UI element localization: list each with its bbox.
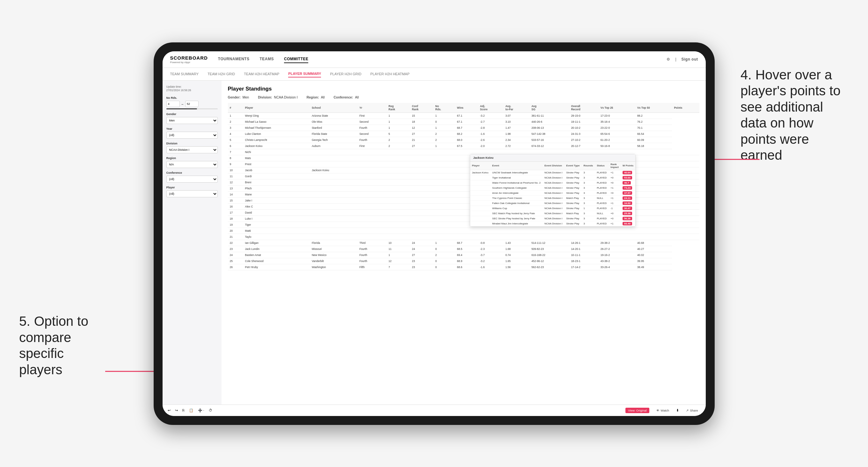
cell-10-14[interactable] xyxy=(672,173,699,179)
toolbar-dash-icon[interactable]: ➕ · xyxy=(198,408,204,412)
cell-2-9: 1.47 xyxy=(503,125,529,131)
toolbar-paste-icon[interactable]: 📋 xyxy=(189,408,193,412)
toolbar-download-icon[interactable]: ⬇ xyxy=(676,408,679,412)
nav-link-teams[interactable]: TEAMS xyxy=(259,56,274,63)
sub-nav-player-h2h-heatmap[interactable]: PLAYER H2H HEATMAP xyxy=(370,71,410,77)
cell-9-14[interactable] xyxy=(672,167,699,173)
sidebar-division-select[interactable]: NCAA Division I xyxy=(166,146,218,153)
toolbar-share[interactable]: ↗ Share xyxy=(683,408,700,413)
cell-2-7: 68.7 xyxy=(455,125,478,131)
cell-24-6: 0 xyxy=(434,258,455,264)
toolbar-undo-icon[interactable]: ↩ xyxy=(168,408,170,412)
logo-sub: Powered by clippi xyxy=(170,61,208,64)
cell-15-1: Alex C xyxy=(243,204,310,210)
cell-3-6: 2 xyxy=(434,131,455,137)
cell-8-0: 9 xyxy=(228,161,243,167)
cell-22-8: -2.3 xyxy=(478,246,504,252)
cell-23-10: 616-168-22 xyxy=(529,252,569,258)
popup-cell-7-6: -1 xyxy=(609,206,621,211)
popup-row: SEC Match Play hosted by Jerry PateNCAA … xyxy=(470,211,636,216)
cell-7-14[interactable] xyxy=(672,155,699,161)
cell-13-14[interactable] xyxy=(672,191,699,197)
popup-cell-8-5: NULL xyxy=(595,211,609,216)
toolbar-redo-icon[interactable]: ↪ xyxy=(175,408,178,412)
cell-20-8 xyxy=(478,234,504,240)
cell-0-6: 1 xyxy=(434,113,455,119)
cell-8-6 xyxy=(434,161,455,167)
sidebar-no-rds-max[interactable] xyxy=(185,101,198,107)
cell-22-12: 26-27-2 xyxy=(599,246,635,252)
cell-20-13 xyxy=(635,234,672,240)
cell-12-14[interactable] xyxy=(672,185,699,191)
cell-22-0: 23 xyxy=(228,246,243,252)
cell-4-9: 2.34 xyxy=(503,137,529,143)
table-header-row: # Player School Yr RegRank ConfRank NoRd… xyxy=(228,103,700,113)
cell-25-10: 562-62-23 xyxy=(529,264,569,270)
cell-20-14[interactable] xyxy=(672,234,699,240)
cell-6-14[interactable] xyxy=(672,149,699,155)
sub-nav-player-summary[interactable]: PLAYER SUMMARY xyxy=(288,70,321,77)
cell-19-11 xyxy=(569,227,598,234)
cell-0-4: 1 xyxy=(387,113,410,119)
sidebar-conference-select[interactable]: (All) xyxy=(166,176,218,183)
cell-24-1: Cole Sherwood xyxy=(243,258,310,264)
popup-cell-1-2: NCAA Division I xyxy=(542,175,564,180)
cell-8-14[interactable] xyxy=(672,161,699,167)
toolbar-clock-icon[interactable]: ⏱ xyxy=(209,408,212,412)
cell-0-12: 17-23-0 xyxy=(599,113,635,119)
sidebar-slider[interactable] xyxy=(166,108,218,110)
sidebar-no-rds-min[interactable] xyxy=(166,101,180,107)
cell-22-2: Missouri xyxy=(310,246,357,252)
popup-cell-6-7: 16.92 xyxy=(621,200,635,206)
sidebar-region-select[interactable]: N/A xyxy=(166,161,218,168)
cell-9-5 xyxy=(410,167,433,173)
cell-25-5: 23 xyxy=(410,264,433,270)
cell-5-8: -2.0 xyxy=(478,143,504,149)
cell-15-14[interactable] xyxy=(672,204,699,210)
cell-12-13 xyxy=(635,185,672,191)
cell-5-7: 67.5 xyxy=(455,143,478,149)
cell-22-6: 0 xyxy=(434,246,455,252)
nav-sign-out[interactable]: Sign out xyxy=(682,56,698,63)
outer-wrapper: 4. Hover over a player's points to see a… xyxy=(0,0,868,467)
nav-link-committee[interactable]: COMMITTEE xyxy=(284,56,309,63)
popup-col-rounds: Rounds xyxy=(582,162,595,170)
sub-nav-team-summary[interactable]: TEAM SUMMARY xyxy=(170,71,199,77)
cell-24-7: 68.9 xyxy=(455,258,478,264)
toolbar-eye-icon: 👁 xyxy=(656,409,659,412)
popup-cell-2-2: NCAA Division I xyxy=(542,180,564,185)
cell-19-14[interactable] xyxy=(672,227,699,234)
popup-cell-8-3: Match Play xyxy=(564,211,582,216)
cell-12-0: 13 xyxy=(228,185,243,191)
sidebar-year-select[interactable]: (All) xyxy=(166,132,218,139)
cell-10-0: 11 xyxy=(228,173,243,179)
cell-14-14[interactable] xyxy=(672,197,699,204)
cell-10-4 xyxy=(387,173,410,179)
sub-nav-player-h2h-grid[interactable]: PLAYER H2H GRID xyxy=(330,71,361,77)
toolbar-watch[interactable]: 👁 Watch xyxy=(654,408,672,413)
popup-cell-9-7: 56.38 xyxy=(621,216,635,221)
sub-nav-team-h2h-grid[interactable]: TEAM H2H GRID xyxy=(208,71,235,77)
cell-18-14[interactable] xyxy=(672,222,699,227)
nav-settings-icon[interactable]: ⚙ xyxy=(666,57,670,62)
cell-5-4: 2 xyxy=(387,143,410,149)
sidebar-player-select[interactable]: (All) xyxy=(166,190,218,197)
toolbar-copy-icon[interactable]: ⎘ xyxy=(182,408,185,412)
sidebar-section-year: Year (All) xyxy=(166,127,218,139)
cell-22-11: 14-20-1 xyxy=(569,246,598,252)
nav-link-tournaments[interactable]: TOURNAMENTS xyxy=(218,56,250,63)
popup-cell-3-5: PLAYED xyxy=(595,185,609,190)
sub-nav-team-h2h-heatmap[interactable]: TEAM H2H HEATMAP xyxy=(244,71,279,77)
cell-16-14[interactable] xyxy=(672,210,699,216)
sidebar-gender-select[interactable]: Men xyxy=(166,117,218,124)
col-adj-score: Adj.Score xyxy=(478,103,504,113)
col-avg-to-par: Avg.to-Par xyxy=(503,103,529,113)
cell-3-13: 66.54 xyxy=(635,131,672,137)
popup-cell-9-5: PLAYED xyxy=(595,216,609,221)
cell-17-14[interactable] xyxy=(672,216,699,222)
cell-11-14[interactable] xyxy=(672,179,699,185)
cell-21-1: Ian Gilligan xyxy=(243,240,310,246)
cell-14-3 xyxy=(357,197,386,204)
toolbar-view-original[interactable]: View: Original xyxy=(625,408,649,413)
popup-row: Williams CupNCAA Division IStroke Play1P… xyxy=(470,206,636,211)
